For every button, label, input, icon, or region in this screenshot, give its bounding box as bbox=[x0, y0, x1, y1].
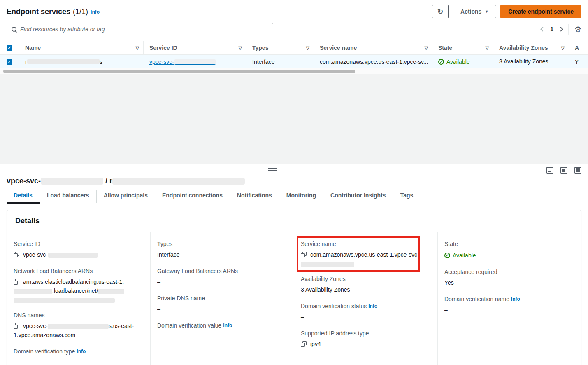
panel-size-medium-icon[interactable] bbox=[560, 167, 567, 174]
tab-tags[interactable]: Tags bbox=[393, 190, 421, 203]
copy-icon[interactable] bbox=[301, 252, 307, 257]
filter-icon[interactable]: ▽ bbox=[425, 45, 428, 51]
field-label: State bbox=[444, 241, 571, 247]
service-id-link[interactable]: vpce-svc- bbox=[149, 58, 216, 65]
preferences-gear-icon[interactable]: ⚙ bbox=[574, 26, 581, 33]
state-available-badge: ✓ Available bbox=[438, 58, 470, 65]
search-input[interactable] bbox=[20, 26, 269, 33]
field-label: Types bbox=[157, 241, 284, 247]
actions-button[interactable]: Actions ▼ bbox=[453, 5, 496, 18]
row-service-name-cell: com.amazonaws.vpce.us-east-1.vpce-sv... bbox=[314, 55, 432, 68]
state-available-badge: ✓ Available bbox=[444, 251, 476, 260]
search-box[interactable] bbox=[7, 23, 273, 35]
dns-text: s.us-east- bbox=[109, 323, 134, 329]
page-title-text: Endpoint services bbox=[7, 7, 70, 16]
redacted-text bbox=[14, 298, 115, 303]
tab-details[interactable]: Details bbox=[7, 190, 40, 203]
filter-icon[interactable]: ▽ bbox=[486, 45, 489, 51]
ip-type-value: ipv4 bbox=[310, 341, 321, 347]
tab-monitoring[interactable]: Monitoring bbox=[279, 190, 323, 203]
filter-icon[interactable]: ▽ bbox=[561, 45, 565, 51]
redacted-text bbox=[48, 253, 98, 258]
field-label: Gateway Load Balancers ARNs bbox=[157, 268, 284, 274]
field-service-id: Service ID vpce-svc- bbox=[14, 241, 140, 259]
state-text: Available bbox=[446, 58, 470, 65]
row-checkbox[interactable]: ✓ bbox=[7, 59, 12, 65]
field-dns-names: DNS names vpce-svc-s.us-east-1.vpce.amaz… bbox=[14, 312, 140, 339]
info-link[interactable]: Info bbox=[77, 349, 86, 354]
field-label-text: Domain verification value bbox=[157, 322, 221, 329]
column-label-service-id: Service ID bbox=[149, 44, 177, 51]
refresh-button[interactable]: ↻ bbox=[432, 5, 449, 18]
dns-text: vpce-svc- bbox=[23, 323, 48, 329]
dns-names-value: vpce-svc-s.us-east-1.vpce.amazonaws.com bbox=[14, 321, 140, 339]
copy-icon[interactable] bbox=[14, 279, 19, 285]
tab-contributor-insights[interactable]: Contributor Insights bbox=[323, 190, 393, 203]
horizontal-scrollbar bbox=[0, 68, 588, 74]
panel-size-large-icon[interactable] bbox=[574, 167, 581, 174]
arn-text: :loadbalancer/net/ bbox=[52, 288, 98, 294]
previous-page-icon[interactable] bbox=[540, 27, 545, 31]
info-link[interactable]: Info bbox=[368, 303, 377, 309]
copy-icon[interactable] bbox=[14, 252, 19, 257]
field-label: Acceptance required bbox=[444, 269, 571, 275]
tab-allow-principals[interactable]: Allow principals bbox=[96, 190, 155, 203]
table-row[interactable]: ✓ rs vpce-svc- Interface com.amazonaws.v… bbox=[0, 55, 588, 68]
details-column-1: Service ID vpce-svc- Network Load Balanc… bbox=[7, 232, 150, 365]
selected-service-id-prefix: vpce-svc- bbox=[7, 177, 41, 185]
filter-icon[interactable]: ▽ bbox=[136, 45, 139, 51]
copy-icon[interactable] bbox=[301, 341, 307, 347]
field-label: Domain verification status Info bbox=[301, 303, 428, 309]
empty-value: – bbox=[444, 305, 571, 314]
field-label: Domain verification type Info bbox=[14, 348, 140, 355]
title-info-link[interactable]: Info bbox=[91, 9, 100, 15]
select-all-checkbox[interactable]: ✓ bbox=[7, 45, 12, 51]
create-endpoint-service-label: Create endpoint service bbox=[508, 8, 574, 15]
info-link[interactable]: Info bbox=[223, 323, 232, 328]
info-link[interactable]: Info bbox=[511, 296, 520, 302]
filter-icon[interactable]: ▽ bbox=[239, 45, 242, 51]
availability-zones-popover-link[interactable]: 3 Availability Zones bbox=[301, 286, 350, 293]
redacted-text bbox=[174, 59, 216, 65]
details-card: Details Service ID vpce-svc- Network Loa… bbox=[7, 210, 581, 365]
create-endpoint-service-button[interactable]: Create endpoint service bbox=[500, 5, 581, 18]
field-domain-verification-value: Domain verification value Info – bbox=[157, 322, 284, 341]
row-types-cell: Interface bbox=[246, 55, 314, 68]
row-name-cell: rs bbox=[19, 55, 143, 68]
empty-value: – bbox=[157, 277, 284, 286]
field-label: Private DNS name bbox=[157, 295, 284, 302]
redacted-text bbox=[98, 289, 124, 294]
field-label: Availability Zones bbox=[301, 276, 428, 282]
field-label: Domain verification name Info bbox=[444, 296, 571, 302]
refresh-icon: ↻ bbox=[437, 7, 443, 16]
details-column-3: Service name com.amazonaws.vpce.us-east-… bbox=[294, 232, 437, 365]
row-service-id-cell: vpce-svc- bbox=[143, 55, 246, 68]
row-state-cell: ✓ Available bbox=[432, 55, 493, 68]
column-header-service-id: Service ID ▽ bbox=[143, 41, 246, 54]
selected-service-title: vpce-svc- / r bbox=[7, 177, 588, 185]
panel-size-small-icon[interactable] bbox=[546, 167, 553, 174]
row-acceptance-value: Y bbox=[575, 58, 579, 65]
redacted-text bbox=[112, 178, 245, 185]
split-panel-drag-handle-icon[interactable] bbox=[268, 168, 277, 171]
tab-endpoint-connections[interactable]: Endpoint connections bbox=[155, 190, 230, 203]
field-availability-zones: Availability Zones 3 Availability Zones bbox=[301, 276, 428, 294]
tab-load-balancers[interactable]: Load balancers bbox=[40, 190, 96, 203]
horizontal-scrollbar-thumb[interactable] bbox=[3, 70, 355, 73]
copy-icon[interactable] bbox=[14, 323, 19, 329]
filter-icon[interactable]: ▽ bbox=[306, 45, 309, 51]
row-service-name-value: com.amazonaws.vpce.us-east-1.vpce-sv... bbox=[320, 58, 428, 65]
pagination: 1 ⚙ bbox=[541, 24, 581, 35]
empty-value: – bbox=[157, 304, 284, 314]
selected-service-name-prefix: r bbox=[109, 177, 112, 185]
field-label-text: Domain verification status bbox=[301, 303, 367, 309]
availability-zones-popover-link[interactable]: 3 Availability Zones bbox=[499, 58, 548, 65]
field-acceptance-required: Acceptance required Yes bbox=[444, 269, 571, 287]
column-label-types: Types bbox=[252, 44, 268, 51]
field-label: Service name bbox=[301, 241, 428, 247]
field-label-text: Domain verification type bbox=[14, 348, 75, 355]
next-page-icon[interactable] bbox=[558, 27, 563, 31]
column-header-types: Types ▽ bbox=[246, 41, 314, 54]
empty-value: – bbox=[301, 312, 428, 321]
tab-notifications[interactable]: Notifications bbox=[230, 190, 279, 203]
